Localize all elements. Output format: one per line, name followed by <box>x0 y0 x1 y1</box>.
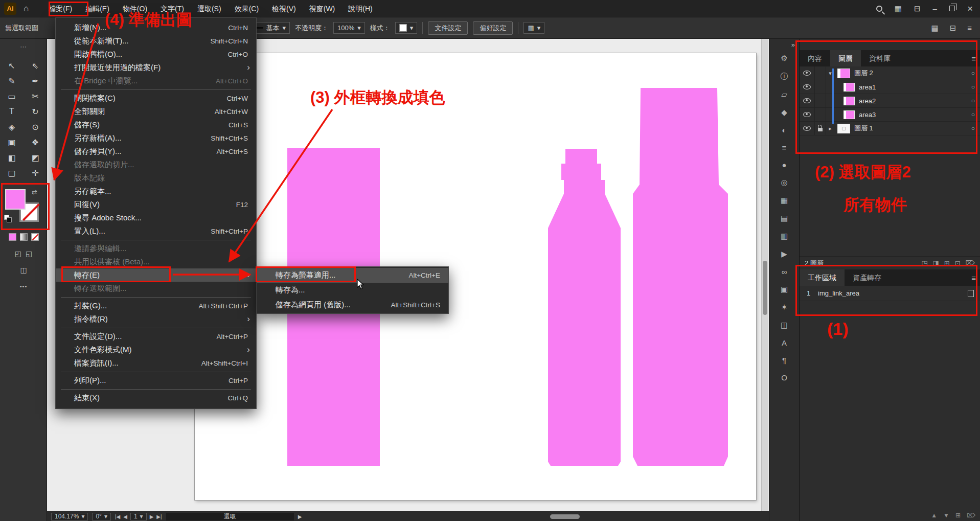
target-circle-icon[interactable]: ○ <box>971 125 975 132</box>
prev-artboard-icon[interactable]: ◀ <box>123 514 127 519</box>
lock-cell[interactable] <box>815 80 826 94</box>
layer-row-area2[interactable]: area2 ○ <box>800 94 980 108</box>
lock-cell[interactable] <box>815 94 826 107</box>
zoom-tool[interactable]: ⊙ <box>24 119 47 134</box>
menu-select[interactable]: 選取(S) <box>191 0 228 17</box>
panel-menu-icon[interactable]: ≡ <box>971 54 976 63</box>
control-menu-icon[interactable]: ≡ <box>967 24 972 33</box>
swatches-icon[interactable]: ▦ <box>778 196 791 205</box>
menu-file[interactable]: 檔案(F) <box>42 0 79 17</box>
collect-icon[interactable]: ◳ <box>921 259 927 267</box>
tab-artboards[interactable]: 工作區域 <box>800 269 845 286</box>
links-icon[interactable]: ∞ <box>778 267 791 276</box>
type-tool[interactable]: T <box>0 104 24 119</box>
submenu-item-export-as[interactable]: 轉存為... <box>257 283 448 298</box>
file-menu-item-open[interactable]: 開啟舊檔(O)...Ctrl+O <box>56 48 256 61</box>
knife-tool[interactable]: ✂ <box>24 88 47 104</box>
layer-thumbnail[interactable]: ▢ <box>837 124 850 133</box>
layer-thumbnail[interactable] <box>844 97 855 105</box>
file-menu-item-file-info[interactable]: 檔案資訊(I)...Alt+Shift+Ctrl+I <box>56 356 256 370</box>
pencil-tool[interactable]: ✎ <box>0 73 24 88</box>
swap-fill-stroke-icon[interactable]: ⇄ <box>32 188 37 196</box>
layer-row-area3[interactable]: area3 ○ <box>800 108 980 122</box>
pen-tool[interactable]: ✒ <box>24 73 47 88</box>
minimize-icon[interactable]: – <box>933 4 937 13</box>
gradient-button[interactable] <box>20 233 28 241</box>
asset-export-icon[interactable]: ▣ <box>778 285 791 294</box>
submenu-item-export-for-screens[interactable]: 轉存為螢幕適用...Alt+Ctrl+E <box>257 268 448 283</box>
tab-libraries[interactable]: 資料庫 <box>861 50 899 66</box>
artboard-tool[interactable]: ▢ <box>0 165 24 180</box>
document-setup-button[interactable]: 文件設定 <box>428 21 468 35</box>
up-icon[interactable]: ▲ <box>931 512 937 519</box>
draw-normal-icon[interactable]: ◰ <box>15 250 21 258</box>
file-menu-item-revert[interactable]: 回復(V)F12 <box>56 198 256 211</box>
tab-layers[interactable]: 圖層 <box>830 50 861 66</box>
layer-row-layer2[interactable]: ▾ 圖層 2 ○ <box>800 66 980 80</box>
file-menu-item-package[interactable]: 封裝(G)...Alt+Shift+Ctrl+P <box>56 299 256 312</box>
lock-cell[interactable] <box>815 108 826 121</box>
lock-cell[interactable] <box>815 122 826 135</box>
file-menu-item-place[interactable]: 置入(L)...Shift+Ctrl+P <box>56 224 256 238</box>
appearance-icon[interactable]: ◆ <box>778 108 791 117</box>
lock-icon[interactable] <box>818 128 823 131</box>
collapse-panels-icon[interactable]: » <box>769 39 799 50</box>
fill-swatch[interactable] <box>5 189 26 210</box>
eye-icon[interactable] <box>803 71 811 76</box>
new-artboard-icon[interactable]: ⊞ <box>955 512 961 519</box>
new-sublayer-icon[interactable]: ⊞ <box>944 259 950 267</box>
zoom-dropdown[interactable]: 104.17% ▾ <box>51 513 88 520</box>
visibility-cell[interactable] <box>800 66 815 80</box>
file-menu-item-open-recent[interactable]: 打開最近使用過的檔案(F)› <box>56 61 256 74</box>
grid-view-icon[interactable]: ▦ <box>931 24 938 33</box>
target-circle-icon[interactable]: ○ <box>971 97 975 104</box>
visibility-cell[interactable] <box>800 122 815 135</box>
none-button[interactable] <box>31 233 39 241</box>
pathfinder-icon[interactable]: ◐ <box>778 126 791 134</box>
layer-thumbnail[interactable] <box>844 83 855 92</box>
artboard-nav-dropdown[interactable]: 1 ▾ <box>130 513 147 520</box>
layer-thumbnail[interactable] <box>837 69 850 78</box>
vertical-scrollbar[interactable] <box>761 39 768 511</box>
file-menu-item-export[interactable]: 轉存(E)› <box>56 268 256 282</box>
file-menu-item-document-color-mode[interactable]: 文件色彩模式(M)› <box>56 343 256 356</box>
character-icon[interactable]: A <box>778 338 791 347</box>
draw-behind-icon[interactable]: ◱ <box>26 250 32 258</box>
file-menu-item-save-as-template[interactable]: 另存範本... <box>56 185 256 198</box>
new-layer-icon[interactable]: ⊡ <box>955 259 961 267</box>
layer-name[interactable]: area3 <box>859 111 876 119</box>
eye-icon[interactable] <box>803 126 811 131</box>
shaper-tool[interactable]: ▣ <box>0 134 24 150</box>
file-menu-item-exit[interactable]: 結束(X)Ctrl+Q <box>56 391 256 404</box>
menu-help[interactable]: 說明(H) <box>341 0 379 17</box>
menu-effect[interactable]: 效果(C) <box>228 0 265 17</box>
status-play-icon[interactable]: ▶ <box>298 514 302 519</box>
eye-icon[interactable] <box>803 98 811 103</box>
visibility-cell[interactable] <box>800 80 815 94</box>
file-menu-item-new[interactable]: 新增(N)...Ctrl+N <box>56 21 256 34</box>
stroke-icon[interactable]: ≡ <box>778 143 791 152</box>
file-menu-item-close-all[interactable]: 全部關閉Alt+Ctrl+W <box>56 105 256 118</box>
target-circle-icon[interactable]: ○ <box>971 111 975 118</box>
color-button[interactable] <box>9 233 16 241</box>
layer-row-area1[interactable]: area1 ○ <box>800 80 980 94</box>
file-menu-item-print[interactable]: 列印(P)...Ctrl+P <box>56 374 256 387</box>
info-icon[interactable]: ⓘ <box>778 72 791 81</box>
close-icon[interactable]: × <box>967 3 973 14</box>
arrange-documents-icon[interactable]: ▦ <box>895 4 902 13</box>
menu-type[interactable]: 文字(T) <box>154 0 191 17</box>
eraser-tool[interactable]: ◈ <box>0 119 24 134</box>
paragraph-icon[interactable]: ¶ <box>778 356 791 365</box>
color-icon[interactable]: ● <box>778 161 791 169</box>
gradient-tool[interactable]: ◩ <box>24 150 47 165</box>
gradient-icon[interactable]: ◎ <box>778 178 791 187</box>
mask-icon[interactable]: ◨ <box>933 259 939 267</box>
style-dropdown[interactable]: ▾ <box>395 22 418 34</box>
gear-icon[interactable]: ⚙ <box>778 54 791 63</box>
preferences-button[interactable]: 偏好設定 <box>473 21 513 35</box>
brushes-icon[interactable]: ▤ <box>778 214 791 223</box>
first-artboard-icon[interactable]: |◀ <box>115 514 120 519</box>
delete-icon[interactable]: ⌦ <box>967 512 975 519</box>
screen-mode-icon[interactable]: ◫ <box>0 266 47 274</box>
file-menu-item-search-stock[interactable]: 搜尋 Adobe Stock... <box>56 211 256 224</box>
